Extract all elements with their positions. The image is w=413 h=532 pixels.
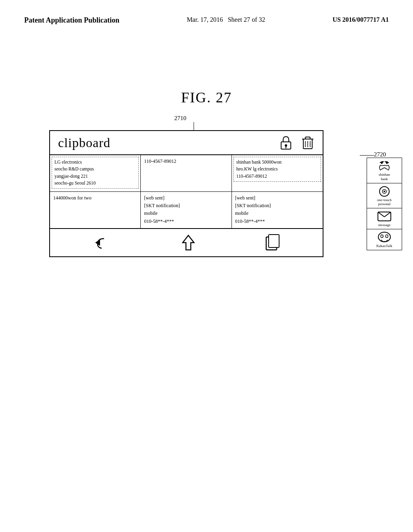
- svg-line-18: [384, 212, 391, 217]
- svg-point-20: [381, 235, 383, 237]
- address-text: LG electronicsseocho R&D campusyangjae-d…: [52, 157, 139, 189]
- svg-marker-10: [183, 235, 194, 250]
- clip-cell-skt2[interactable]: [web sent][SKT notification]mobile010-58…: [232, 192, 323, 228]
- svg-rect-12: [269, 235, 279, 247]
- clipboard-title: clipboard: [58, 135, 111, 150]
- clip-cell-skt1[interactable]: [web sent][SKT notification]mobile010-58…: [141, 192, 232, 228]
- clip-cell-phone1[interactable]: 110-4567-89012: [141, 155, 232, 191]
- clipboard-header: clipboard: [50, 131, 323, 155]
- svg-point-21: [386, 235, 388, 237]
- shinhan-bank-icon-group[interactable]: shinhanbank: [367, 158, 402, 183]
- skt1-text: [web sent][SKT notification]mobile010-58…: [144, 195, 180, 224]
- kakaotalk-icon-group[interactable]: KakaoTalk: [367, 229, 402, 250]
- clipboard-header-icons: [279, 135, 315, 150]
- message-label: message: [378, 223, 391, 227]
- sheet-label: Sheet 27 of 32: [228, 16, 265, 23]
- date-label: Mar. 17, 2016: [187, 16, 223, 23]
- shinhan-label: shinhanbank: [379, 172, 390, 181]
- patent-number: US 2016/0077717 A1: [332, 16, 389, 23]
- onetouch-icon-group[interactable]: one-touchpersonal: [367, 183, 402, 209]
- upload-button[interactable]: [180, 234, 196, 251]
- lock-icon[interactable]: [279, 135, 293, 150]
- diagram-area: 2710 2720 clipboard: [49, 130, 364, 257]
- svg-line-17: [378, 212, 384, 217]
- phone1-text: 110-4567-89012: [144, 158, 176, 164]
- publication-label: Patent Application Publication: [24, 16, 119, 25]
- message-icon-group[interactable]: message: [367, 208, 402, 229]
- clip-cell-address[interactable]: LG electronicsseocho R&D campusyangjae-d…: [50, 155, 141, 191]
- clipboard-toolbar: [50, 228, 323, 256]
- clipboard-row2: 144000won for two [web sent][SKT notific…: [50, 192, 323, 228]
- onetouch-label: one-touchpersonal: [377, 198, 392, 207]
- side-panel: shinhanbank one-touchpersonal message: [367, 158, 402, 250]
- svg-point-1: [285, 144, 287, 147]
- figure-title: FIG. 27: [0, 89, 413, 106]
- clipboard-row1: LG electronicsseocho R&D campusyangjae-d…: [50, 155, 323, 192]
- copy-button[interactable]: [265, 234, 281, 251]
- ref-2710: 2710: [174, 115, 186, 122]
- page-header: Patent Application Publication Mar. 17, …: [0, 0, 413, 25]
- clipboard-panel: clipboard: [49, 130, 323, 257]
- svg-point-15: [384, 191, 385, 192]
- undo-button[interactable]: [92, 235, 112, 250]
- ref-2720: 2720: [374, 151, 386, 158]
- sheet-info: Mar. 17, 2016 Sheet 27 of 32: [187, 16, 265, 23]
- amount-text: 144000won for two: [53, 195, 92, 201]
- trash-icon[interactable]: [301, 135, 315, 150]
- kakaotalk-label: KakaoTalk: [376, 244, 392, 248]
- skt2-text: [web sent][SKT notification]mobile010-58…: [235, 195, 271, 224]
- clip-cell-amount[interactable]: 144000won for two: [50, 192, 141, 228]
- ref-2720-line: [360, 155, 374, 156]
- bank-text: shinhan bank 50000wonheo.KW lg electroni…: [234, 157, 321, 182]
- svg-rect-5: [305, 137, 310, 139]
- svg-point-19: [378, 232, 390, 242]
- clip-cell-bank[interactable]: shinhan bank 50000wonheo.KW lg electroni…: [232, 155, 323, 191]
